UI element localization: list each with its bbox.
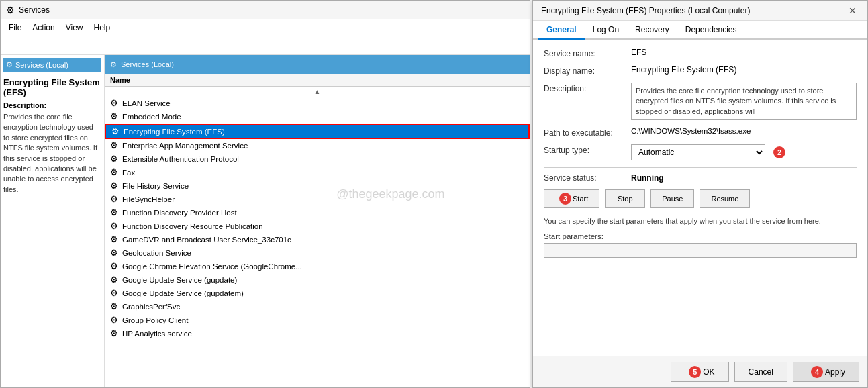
display-name-value: Encrypting File System (EFS): [631, 65, 857, 75]
service-icon: ⚙: [110, 207, 118, 217]
startup-select[interactable]: Automatic Automatic (Delayed Start) Manu…: [631, 144, 765, 160]
service-icon: ⚙: [110, 140, 118, 150]
start-button-label: Start: [573, 195, 588, 203]
toolbar: [1, 36, 530, 55]
service-icon: ⚙: [110, 181, 118, 191]
list-item[interactable]: ⚙Google Update Service (gupdatem): [105, 287, 530, 300]
service-icon: ⚙: [110, 328, 118, 338]
list-item[interactable]: ⚙FileSyncHelper: [105, 193, 530, 206]
services-list[interactable]: ⚙ELAN Service ⚙Embedded Mode ⚙Encrypting…: [105, 97, 530, 387]
service-buttons: 3 Start Stop Pause Resume: [544, 189, 857, 208]
dialog-footer: 5 OK Cancel 4 Apply: [533, 356, 867, 387]
description-row: Description: Provides the core file encr…: [544, 83, 857, 120]
service-name: Google Chrome Elevation Service (GoogleC…: [122, 262, 302, 271]
service-name: Function Discovery Provider Host: [122, 209, 237, 217]
service-name: Encrypting File System (EFS): [124, 128, 225, 136]
ok-button[interactable]: 5 OK: [671, 362, 728, 382]
services-column-header: Name: [105, 74, 530, 87]
left-panel-desc-label: Description:: [3, 101, 101, 109]
app-icon: ⚙: [6, 5, 15, 15]
left-panel-header-text: Services (Local): [15, 61, 68, 69]
list-item[interactable]: ⚙Group Policy Client: [105, 313, 530, 327]
dialog-content: Service name: EFS Display name: Encrypti…: [533, 40, 867, 356]
list-item[interactable]: ⚙Function Discovery Provider Host: [105, 206, 530, 220]
services-list-header: ⚙ Services (Local): [105, 55, 530, 74]
list-item[interactable]: ⚙Geolocation Service: [105, 246, 530, 260]
left-panel-header: ⚙ Services (Local): [3, 58, 101, 72]
list-item[interactable]: ⚙Enterprise App Management Service: [105, 139, 530, 152]
service-icon: ⚙: [110, 221, 118, 231]
list-item[interactable]: ⚙GameDVR and Broadcast User Service_33c7…: [105, 233, 530, 246]
service-name: GameDVR and Broadcast User Service_33c70…: [122, 236, 291, 244]
service-icon: ⚙: [110, 261, 118, 271]
status-row: Service status: Running: [544, 173, 857, 183]
path-label: Path to executable:: [544, 127, 631, 138]
tab-general[interactable]: General: [538, 21, 585, 40]
service-icon: ⚙: [110, 98, 118, 108]
service-name: File History Service: [122, 182, 189, 190]
tab-recovery[interactable]: Recovery: [627, 21, 677, 40]
badge-3: 3: [559, 193, 571, 205]
start-params-row: Start parameters:: [544, 232, 857, 258]
badge-4: 4: [811, 366, 823, 378]
service-name: Enterprise App Management Service: [122, 142, 248, 150]
tab-logon[interactable]: Log On: [585, 21, 627, 40]
list-item[interactable]: ⚙Function Discovery Resource Publication: [105, 220, 530, 233]
left-panel-description: Provides the core file encryption techno…: [3, 112, 101, 195]
apply-button-label: Apply: [825, 367, 845, 377]
service-name-row: Service name: EFS: [544, 48, 857, 58]
apply-button[interactable]: 4 Apply: [793, 362, 859, 382]
status-value: Running: [631, 173, 664, 183]
badge-5: 5: [689, 366, 701, 378]
list-item[interactable]: ⚙HP Analytics service: [105, 327, 530, 340]
menu-file[interactable]: File: [3, 21, 27, 34]
service-name: Google Update Service (gupdate): [122, 276, 237, 284]
start-info-text: You can specify the start parameters tha…: [544, 216, 857, 226]
path-row: Path to executable: C:\WINDOWS\System32\…: [544, 127, 857, 138]
service-icon: ⚙: [110, 288, 118, 298]
list-item[interactable]: ⚙Fax: [105, 166, 530, 179]
service-name-label: Service name:: [544, 48, 631, 58]
list-item[interactable]: ⚙ELAN Service: [105, 97, 530, 110]
list-item[interactable]: ⚙GraphicsPerfSvc: [105, 300, 530, 313]
cancel-button[interactable]: Cancel: [734, 362, 787, 382]
service-icon: ⚙: [110, 111, 118, 122]
resume-button[interactable]: Resume: [700, 189, 750, 208]
menu-view[interactable]: View: [60, 21, 89, 34]
startup-row: Startup type: Automatic Automatic (Delay…: [544, 144, 857, 160]
menu-bar: File Action View Help: [1, 19, 530, 36]
list-item[interactable]: ⚙Google Chrome Elevation Service (Google…: [105, 260, 530, 273]
service-name: Function Discovery Resource Publication: [122, 222, 263, 230]
menu-action[interactable]: Action: [27, 21, 60, 34]
start-params-input[interactable]: [544, 243, 857, 258]
services-list-icon: ⚙: [110, 60, 117, 69]
service-icon: ⚙: [110, 315, 118, 325]
properties-dialog: Encrypting File System (EFS) Properties …: [532, 0, 868, 388]
dialog-title: Encrypting File System (EFS) Properties …: [541, 6, 750, 15]
start-button[interactable]: 3 Start: [544, 189, 599, 208]
service-name: Group Policy Client: [122, 316, 188, 324]
divider-1: [544, 167, 857, 168]
service-name: GraphicsPerfSvc: [122, 303, 180, 311]
main-content: ⚙ Services (Local) Encrypting File Syste…: [1, 55, 530, 387]
left-panel-icon: ⚙: [6, 60, 13, 69]
menu-help[interactable]: Help: [89, 21, 116, 34]
tab-dependencies[interactable]: Dependencies: [677, 21, 745, 40]
stop-button[interactable]: Stop: [605, 189, 645, 208]
list-item[interactable]: ⚙File History Service: [105, 179, 530, 193]
list-item[interactable]: ⚙Extensible Authentication Protocol: [105, 152, 530, 166]
list-item-selected[interactable]: ⚙Encrypting File System (EFS): [105, 124, 530, 139]
close-button[interactable]: ✕: [846, 5, 859, 16]
list-item[interactable]: ⚙Google Update Service (gupdate): [105, 273, 530, 287]
service-icon: ⚙: [110, 167, 118, 177]
display-name-row: Display name: Encrypting File System (EF…: [544, 65, 857, 76]
list-item[interactable]: ⚙Embedded Mode: [105, 110, 530, 124]
pause-button[interactable]: Pause: [650, 189, 694, 208]
status-label: Service status:: [544, 173, 631, 183]
service-icon: ⚙: [110, 154, 118, 164]
title-bar: ⚙ Services: [1, 1, 530, 19]
services-list-header-text: Services (Local): [121, 60, 174, 68]
scroll-up[interactable]: ▲: [105, 87, 530, 97]
tabs-bar: General Log On Recovery Dependencies: [533, 21, 867, 40]
service-icon: ⚙: [110, 248, 118, 258]
